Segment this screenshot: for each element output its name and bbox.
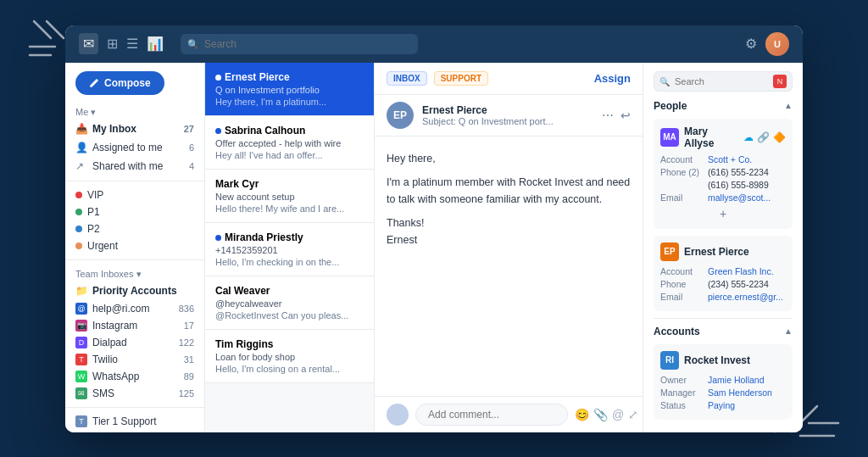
sidebar-item-my-inbox[interactable]: 📥 My Inbox 27: [65, 120, 204, 138]
topbar-nav-icons: ✉ ⊞ ☰ 📊: [79, 33, 164, 54]
message-greeting: Hey there,: [387, 150, 631, 167]
inbox-icon-whatsapp: W: [75, 371, 87, 382]
search-icon: 🔍: [187, 38, 199, 49]
sidebar-priority-accounts[interactable]: 📁 Priority Accounts: [65, 281, 204, 300]
add-field-button-mary[interactable]: +: [660, 205, 786, 222]
unread-dot: [215, 75, 221, 81]
account-card-rocket: RI Rocket Invest Owner Jamie Holland Man…: [654, 344, 793, 420]
contact-phone-mary: Phone (2) (616) 555-2234: [660, 167, 786, 177]
account-header-rocket: RI Rocket Invest: [660, 351, 786, 370]
conv-item-tim[interactable]: Tim Riggins Loan for body shop Hello, I'…: [205, 330, 374, 383]
inbox-tag: INBOX: [387, 71, 427, 86]
sidebar-inbox-dialpad[interactable]: D Dialpad 122: [65, 334, 204, 351]
sidebar-tag-p2[interactable]: P2: [65, 220, 204, 237]
sidebar-inbox-helpri[interactable]: @ help@ri.com 836: [65, 300, 204, 317]
chart-icon[interactable]: 📊: [147, 36, 164, 52]
unread-dot: [215, 235, 221, 241]
message-meta: Ernest Pierce Subject: Q on Investment p…: [422, 104, 554, 126]
app-window: ✉ ⊞ ☰ 📊 🔍 ⚙ U Compose Me ▾ 📥: [65, 25, 803, 432]
sidebar-team-tier2[interactable]: T Tier 2 Support: [65, 430, 204, 432]
settings-icon[interactable]: ⚙: [745, 36, 757, 52]
comment-action-icons: 😊 📎 @ ⤢: [575, 408, 638, 421]
sidebar-team-tier1[interactable]: T Tier 1 Support: [65, 413, 204, 430]
attachment-icon[interactable]: 📎: [593, 408, 608, 421]
contact-header-ernest: EP Ernest Pierce: [660, 242, 786, 261]
divider: [65, 181, 204, 181]
salesforce-icon[interactable]: ☁: [743, 131, 754, 143]
sidebar-tag-urgent[interactable]: Urgent: [65, 237, 204, 254]
link-icon[interactable]: 🔗: [757, 131, 770, 143]
compose-button[interactable]: Compose: [75, 71, 164, 95]
conv-item-miranda[interactable]: Miranda Priestly +14152359201 Hello, I'm…: [205, 223, 374, 276]
grid-icon[interactable]: ⊞: [107, 36, 118, 52]
sidebar-inbox-sms[interactable]: ✉ SMS 125: [65, 385, 204, 402]
sidebar-tag-vip[interactable]: VIP: [65, 187, 204, 203]
accounts-toggle-icon[interactable]: ▲: [784, 326, 793, 336]
me-section-label: Me ▾: [65, 103, 204, 120]
message-body: Hey there, I'm a platinum member with Ro…: [375, 137, 643, 396]
sidebar: Compose Me ▾ 📥 My Inbox 27 👤 Assigned to…: [65, 63, 205, 432]
people-toggle-icon[interactable]: ▲: [784, 101, 793, 110]
team-icon-tier1: T: [75, 415, 87, 427]
account-owner: Owner Jamie Holland: [660, 375, 786, 385]
conv-item-sabrina[interactable]: Sabrina Calhoun Offer accepted - help wi…: [205, 116, 374, 170]
contact-phone2-mary: (616) 555-8989: [660, 180, 786, 190]
right-panel: 🔍 N People ▲ MA Mary Allyse ☁ 🔗 🔶: [643, 63, 803, 432]
contact-header-mary: MA Mary Allyse ☁ 🔗 🔶: [660, 125, 786, 149]
people-section-header: People ▲: [654, 100, 793, 112]
expand-icon[interactable]: ⤢: [628, 408, 638, 421]
topbar: ✉ ⊞ ☰ 📊 🔍 ⚙ U: [65, 25, 803, 63]
conv-item-mark[interactable]: Mark Cyr New account setup Hello there! …: [205, 170, 374, 223]
people-section-title: People: [654, 100, 687, 112]
avatar[interactable]: U: [765, 32, 789, 56]
account-icon-rocket: RI: [660, 351, 679, 370]
search-input[interactable]: [181, 34, 418, 54]
p2-dot-icon: [75, 226, 82, 232]
message-signature: Thanks!Ernest: [387, 215, 631, 248]
sidebar-item-shared[interactable]: ↗ Shared with me 4: [65, 157, 204, 176]
emoji-icon[interactable]: 😊: [575, 408, 589, 421]
message-subheader: EP Ernest Pierce Subject: Q on Investmen…: [375, 95, 643, 137]
message-subject: Subject: Q on Investment port...: [422, 116, 554, 126]
contact-account-mary: Account Scott + Co.: [660, 154, 786, 164]
account-status: Status Paying: [660, 400, 786, 410]
topbar-search-container: 🔍: [181, 34, 418, 54]
sidebar-item-assigned[interactable]: 👤 Assigned to me 6: [65, 138, 204, 157]
reply-icon[interactable]: ↩: [620, 109, 631, 122]
sidebar-inbox-whatsapp[interactable]: W WhatsApp 89: [65, 368, 204, 385]
account-name-rocket: Rocket Invest: [684, 354, 750, 366]
message-footer: 😊 📎 @ ⤢: [375, 396, 643, 432]
share-icon: ↗: [75, 160, 87, 172]
team-inboxes-label: Team Inboxes ▾: [65, 265, 204, 281]
person-icon: 👤: [75, 142, 87, 153]
inbox-icon-sms: ✉: [75, 387, 87, 399]
at-icon[interactable]: @: [612, 408, 624, 421]
contact-name-ernest: Ernest Pierce: [684, 246, 749, 258]
more-options-icon[interactable]: ⋯: [602, 109, 614, 122]
comment-input[interactable]: [415, 404, 568, 426]
inbox-icon: 📥: [75, 123, 87, 135]
urgent-dot-icon: [75, 242, 82, 249]
sidebar-tag-p1[interactable]: P1: [65, 203, 204, 220]
contact-email-mary: Email mallyse@scot...: [660, 192, 786, 203]
hubspot-icon[interactable]: 🔶: [773, 131, 786, 143]
conv-item-ernest[interactable]: Ernest Pierce Q on Investment portfolio …: [205, 63, 374, 116]
rp-search-input[interactable]: [654, 71, 793, 92]
rp-search-action-icon[interactable]: N: [773, 75, 787, 88]
rp-search-icon: 🔍: [659, 76, 670, 86]
inbox-icon[interactable]: ✉: [79, 33, 98, 54]
sidebar-inbox-twilio[interactable]: T Twilio 31: [65, 351, 204, 368]
sidebar-inbox-instagram[interactable]: 📷 Instagram 17: [65, 317, 204, 334]
contact-avatar-mary: MA: [660, 128, 679, 147]
vip-dot-icon: [75, 192, 82, 198]
contact-card-mary: MA Mary Allyse ☁ 🔗 🔶 Account Scott + Co.…: [654, 119, 793, 229]
contact-actions-mary: ☁ 🔗 🔶: [743, 131, 786, 143]
assign-button[interactable]: Assign: [594, 72, 631, 85]
accounts-section-title: Accounts: [654, 326, 700, 337]
message-header: INBOX SUPPORT Assign: [375, 63, 643, 95]
inbox-icon-twilio: T: [75, 354, 87, 365]
contact-icon[interactable]: ☰: [126, 36, 138, 52]
inbox-icon-instagram: 📷: [75, 320, 87, 332]
account-manager: Manager Sam Henderson: [660, 387, 786, 398]
conv-item-cal[interactable]: Cal Weaver @heycalweaver @RocketInvest C…: [205, 276, 374, 330]
